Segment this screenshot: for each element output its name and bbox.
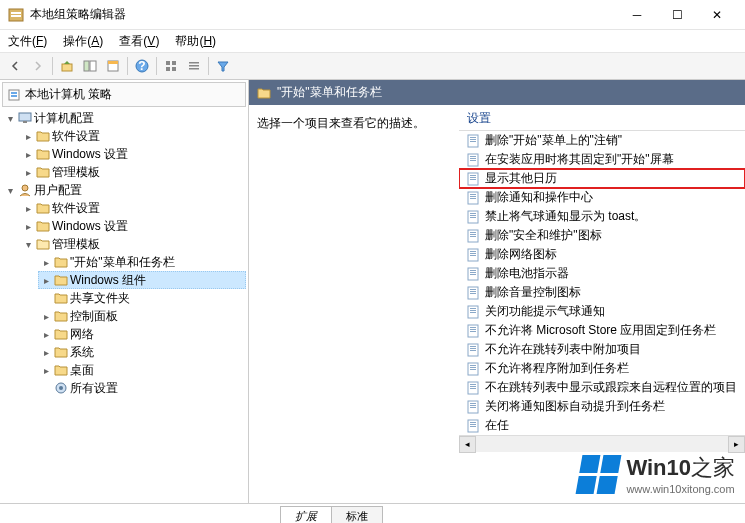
tree-computer-software[interactable]: ▸软件设置: [20, 127, 246, 145]
up-button[interactable]: [56, 55, 78, 77]
setting-item-label: 显示其他日历: [485, 170, 557, 187]
horizontal-scrollbar[interactable]: ◂ ▸: [459, 435, 745, 452]
setting-item[interactable]: 删除电池指示器: [459, 264, 745, 283]
tree-user-admin[interactable]: ▾管理模板: [20, 235, 246, 253]
svg-rect-19: [11, 95, 17, 97]
tab-extended[interactable]: 扩展: [280, 506, 332, 523]
expand-icon[interactable]: ▸: [22, 220, 34, 232]
svg-rect-62: [470, 308, 476, 309]
svg-rect-64: [470, 312, 476, 313]
expand-icon[interactable]: ▸: [40, 274, 52, 286]
description-prompt: 选择一个项目来查看它的描述。: [257, 115, 451, 132]
tab-standard[interactable]: 标准: [331, 506, 383, 523]
menu-file[interactable]: 文件(F): [4, 31, 51, 52]
tree-windows-components[interactable]: ▸Windows 组件: [38, 271, 246, 289]
svg-rect-12: [166, 67, 170, 71]
setting-item[interactable]: 禁止将气球通知显示为 toast。: [459, 207, 745, 226]
setting-item-label: 不允许将 Microsoft Store 应用固定到任务栏: [485, 322, 716, 339]
setting-item[interactable]: 删除音量控制图标: [459, 283, 745, 302]
forward-button[interactable]: [27, 55, 49, 77]
setting-item[interactable]: 关闭功能提示气球通知: [459, 302, 745, 321]
svg-rect-20: [19, 113, 31, 121]
svg-rect-35: [470, 177, 476, 178]
svg-rect-84: [470, 407, 476, 408]
setting-item-label: 不允许将程序附加到任务栏: [485, 360, 629, 377]
scroll-left-button[interactable]: ◂: [459, 436, 476, 453]
svg-rect-48: [470, 236, 476, 237]
expand-icon[interactable]: ▸: [22, 166, 34, 178]
setting-item-icon: [467, 267, 479, 281]
expand-icon[interactable]: ▸: [40, 364, 52, 376]
setting-item[interactable]: 不允许将 Microsoft Store 应用固定到任务栏: [459, 321, 745, 340]
setting-item[interactable]: 删除"安全和维护"图标: [459, 226, 745, 245]
expand-icon[interactable]: ▸: [22, 148, 34, 160]
expand-icon[interactable]: ▸: [40, 328, 52, 340]
tree-start-menu[interactable]: ▸"开始"菜单和任务栏: [38, 253, 246, 271]
maximize-button[interactable]: ☐: [657, 0, 697, 30]
expand-icon[interactable]: ▸: [22, 202, 34, 214]
menu-view[interactable]: 查看(V): [115, 31, 163, 52]
tree-panel[interactable]: 本地计算机 策略 ▾ 计算机配置 ▸软件设置 ▸Windows 设置 ▸管理模板…: [0, 80, 249, 503]
collapse-icon[interactable]: ▾: [4, 112, 16, 124]
filter-button[interactable]: [212, 55, 234, 77]
svg-rect-87: [470, 424, 476, 425]
tree-desktop[interactable]: ▸桌面: [38, 361, 246, 379]
show-hide-tree-button[interactable]: [79, 55, 101, 77]
expand-icon[interactable]: ▸: [22, 130, 34, 142]
svg-rect-75: [470, 367, 476, 368]
svg-rect-82: [470, 403, 476, 404]
setting-item[interactable]: 不允许将程序附加到任务栏: [459, 359, 745, 378]
collapse-icon[interactable]: ▾: [22, 238, 34, 250]
setting-item-label: 删除"开始"菜单上的"注销": [485, 132, 622, 149]
tree-user-windows[interactable]: ▸Windows 设置: [20, 217, 246, 235]
properties-button[interactable]: [102, 55, 124, 77]
setting-item-label: 删除"安全和维护"图标: [485, 227, 602, 244]
settings-column-header[interactable]: 设置: [459, 107, 745, 131]
setting-item[interactable]: 在安装应用时将其固定到"开始"屏幕: [459, 150, 745, 169]
tree-all-settings[interactable]: 所有设置: [38, 379, 246, 397]
expand-icon[interactable]: ▸: [40, 346, 52, 358]
svg-rect-15: [189, 65, 199, 67]
setting-item-label: 删除电池指示器: [485, 265, 569, 282]
setting-item[interactable]: 删除网络图标: [459, 245, 745, 264]
setting-item[interactable]: 不在跳转列表中显示或跟踪来自远程位置的项目: [459, 378, 745, 397]
tree-system[interactable]: ▸系统: [38, 343, 246, 361]
tree-computer-windows[interactable]: ▸Windows 设置: [20, 145, 246, 163]
setting-item[interactable]: 显示其他日历: [459, 169, 745, 188]
setting-item-icon: [467, 419, 479, 433]
setting-item-icon: [467, 229, 479, 243]
close-button[interactable]: ✕: [697, 0, 737, 30]
tree-network[interactable]: ▸网络: [38, 325, 246, 343]
tree-computer-config[interactable]: ▾ 计算机配置: [2, 109, 246, 127]
help-button[interactable]: ?: [131, 55, 153, 77]
scroll-right-button[interactable]: ▸: [728, 436, 745, 453]
svg-rect-31: [470, 158, 476, 159]
setting-item[interactable]: 删除"开始"菜单上的"注销": [459, 131, 745, 150]
setting-item[interactable]: 删除通知和操作中心: [459, 188, 745, 207]
expand-icon[interactable]: ▸: [40, 256, 52, 268]
svg-rect-52: [470, 255, 476, 256]
setting-item[interactable]: 在任: [459, 416, 745, 435]
svg-rect-80: [470, 388, 476, 389]
icons-view-button[interactable]: [160, 55, 182, 77]
list-view-button[interactable]: [183, 55, 205, 77]
tree-shared-folders[interactable]: 共享文件夹: [38, 289, 246, 307]
back-button[interactable]: [4, 55, 26, 77]
minimize-button[interactable]: ─: [617, 0, 657, 30]
tree-control-panel[interactable]: ▸控制面板: [38, 307, 246, 325]
tree-computer-admin[interactable]: ▸管理模板: [20, 163, 246, 181]
svg-rect-74: [470, 365, 476, 366]
svg-rect-27: [470, 139, 476, 140]
tree-user-software[interactable]: ▸软件设置: [20, 199, 246, 217]
svg-rect-79: [470, 386, 476, 387]
menu-action[interactable]: 操作(A): [59, 31, 107, 52]
setting-item[interactable]: 关闭将通知图标自动提升到任务栏: [459, 397, 745, 416]
svg-rect-44: [470, 217, 476, 218]
collapse-icon[interactable]: ▾: [4, 184, 16, 196]
setting-item-icon: [467, 210, 479, 224]
svg-text:?: ?: [138, 59, 145, 73]
menu-help[interactable]: 帮助(H): [171, 31, 220, 52]
expand-icon[interactable]: ▸: [40, 310, 52, 322]
setting-item[interactable]: 不允许在跳转列表中附加项目: [459, 340, 745, 359]
tree-user-config[interactable]: ▾ 用户配置: [2, 181, 246, 199]
